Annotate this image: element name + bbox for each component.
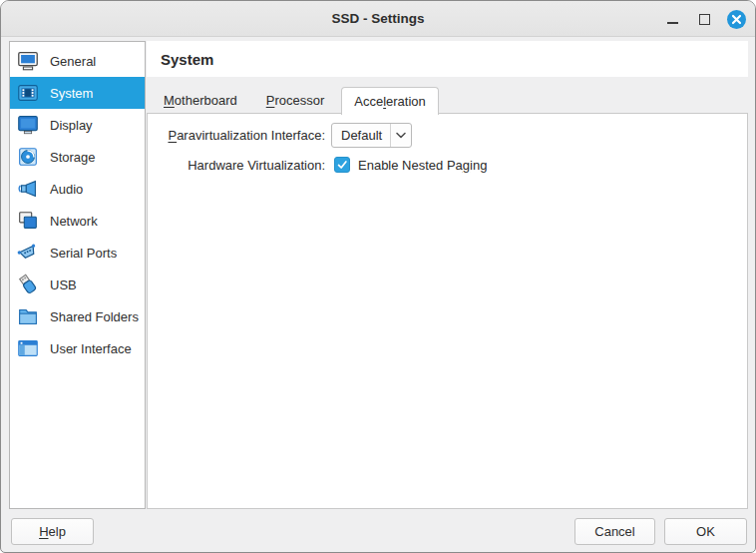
- chevron-down-icon: [396, 132, 406, 139]
- maximize-button[interactable]: [695, 10, 713, 28]
- acceleration-panel: Paravirtualization Interface: Default Ha…: [147, 113, 748, 509]
- sidebar-item-display[interactable]: Display: [10, 109, 145, 141]
- sidebar-item-serial-ports[interactable]: Serial Ports: [10, 237, 145, 269]
- sidebar-item-label: User Interface: [50, 341, 132, 356]
- nested-paging-checkbox[interactable]: [334, 157, 350, 173]
- user-interface-icon: [15, 335, 41, 361]
- sidebar-item-shared-folders[interactable]: Shared Folders: [10, 300, 145, 332]
- page-header: System: [147, 41, 748, 77]
- tab-acceleration[interactable]: Acceleration: [341, 87, 439, 115]
- settings-window: SSD - Settings: [0, 0, 756, 553]
- maximize-icon: [699, 14, 710, 25]
- minimize-button[interactable]: [663, 10, 681, 28]
- dropdown-separator: [390, 124, 391, 147]
- sidebar-item-network[interactable]: Network: [10, 205, 145, 237]
- sidebar-item-label: Network: [50, 214, 98, 229]
- sidebar-item-general[interactable]: General: [10, 45, 145, 77]
- settings-category-list: General System: [9, 41, 146, 509]
- system-tabbar: Motherboard Processor Acceleration: [147, 87, 746, 114]
- sidebar-item-label: Serial Ports: [50, 246, 117, 261]
- paravirtualization-selected-value: Default: [341, 128, 382, 143]
- sidebar-item-label: Shared Folders: [50, 309, 139, 324]
- sidebar-item-label: System: [50, 86, 93, 101]
- display-icon: [15, 112, 41, 138]
- minimize-icon: [667, 22, 678, 24]
- sidebar-item-label: USB: [50, 277, 77, 292]
- audio-icon: [15, 176, 41, 202]
- tab-motherboard[interactable]: Motherboard: [152, 88, 249, 114]
- titlebar[interactable]: SSD - Settings: [1, 1, 755, 37]
- sidebar-item-system[interactable]: System: [10, 77, 145, 109]
- cancel-button[interactable]: Cancel: [574, 518, 655, 545]
- storage-icon: [15, 144, 41, 170]
- sidebar-item-label: Audio: [50, 182, 83, 197]
- shared-folders-icon: [15, 303, 41, 329]
- sidebar-item-usb[interactable]: USB: [10, 269, 145, 300]
- serial-ports-icon: [15, 240, 41, 266]
- system-icon: [15, 80, 41, 106]
- sidebar-item-label: General: [50, 54, 96, 69]
- sidebar-item-user-interface[interactable]: User Interface: [10, 332, 145, 364]
- close-icon: [731, 14, 742, 25]
- nested-paging-label[interactable]: Enable Nested Paging: [358, 158, 487, 173]
- sidebar-item-storage[interactable]: Storage: [10, 141, 145, 173]
- general-icon: [15, 48, 41, 74]
- paravirtualization-select[interactable]: Default: [331, 123, 412, 148]
- sidebar-item-audio[interactable]: Audio: [10, 173, 145, 205]
- window-title: SSD - Settings: [331, 11, 424, 26]
- tab-processor[interactable]: Processor: [254, 88, 337, 114]
- help-button[interactable]: Help: [11, 518, 94, 545]
- network-icon: [15, 208, 41, 234]
- paravirtualization-label: Paravirtualization Interface:: [148, 128, 325, 143]
- sidebar-item-label: Storage: [50, 150, 96, 165]
- checkmark-icon: [336, 159, 348, 171]
- paravirtualization-row: Paravirtualization Interface: Default: [148, 123, 747, 148]
- usb-icon: [15, 272, 41, 297]
- ok-button[interactable]: OK: [664, 518, 747, 545]
- page-title: System: [161, 51, 213, 68]
- hardware-virtualization-row: Hardware Virtualization: Enable Nested P…: [148, 157, 747, 173]
- sidebar-item-label: Display: [50, 118, 93, 133]
- hardware-virtualization-label: Hardware Virtualization:: [148, 158, 325, 173]
- window-controls: [663, 1, 746, 37]
- close-button[interactable]: [727, 10, 746, 29]
